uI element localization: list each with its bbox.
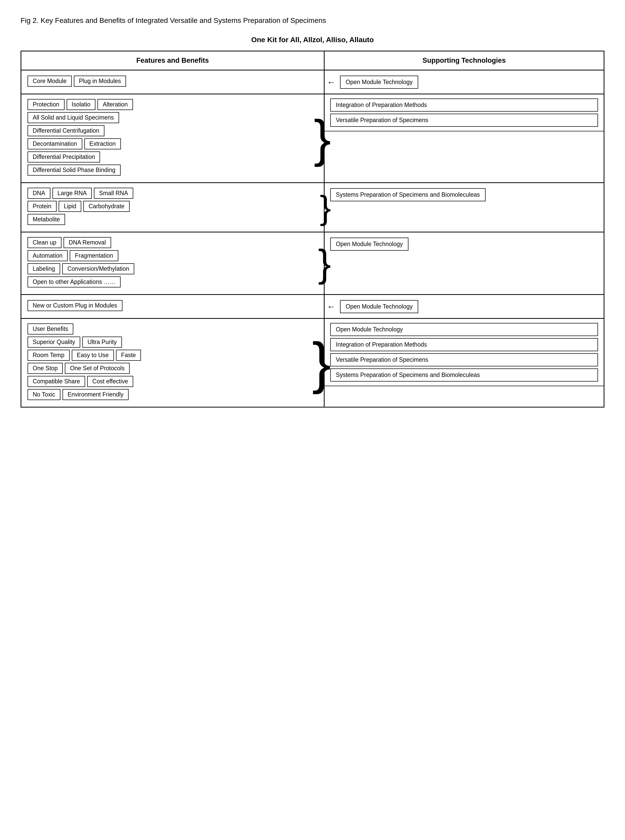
features-cell-2: Protection Isolatio Alteration All Solid… [21, 94, 324, 183]
col-header-features: Features and Benefits [21, 51, 324, 70]
table-row: Core Module Plug in Modules ← Open Modul… [21, 70, 604, 94]
tech-box-open-module-3: Open Module Technology [340, 300, 418, 313]
feature-box-cleanup: Clean up [28, 237, 61, 248]
kit-subtitle: One Kit for All, Allzol, Alliso, Allauto [20, 36, 605, 44]
feature-box-labeling: Labeling [28, 263, 60, 274]
feature-box-room-temp: Room Temp [28, 350, 70, 361]
feature-box-new-custom: New or Custom Plug in Modules [28, 300, 123, 311]
feature-box-faste: Faste [116, 350, 141, 361]
tech-cell-2: Integration of Preparation Methods Versa… [324, 94, 604, 183]
brace-4: } [318, 233, 331, 294]
feature-box-all-solid: All Solid and Liquid Specimens [28, 112, 119, 123]
feature-box-lipid: Lipid [59, 201, 82, 212]
feature-box-superior-quality: Superior Quality [28, 337, 80, 348]
arrow-right-5: ← [327, 301, 336, 312]
tech-cell-6: Open Module Technology Integration of Pr… [324, 318, 604, 407]
feature-box-protection: Protection [28, 99, 65, 110]
table-row: Protection Isolatio Alteration All Solid… [21, 94, 604, 183]
feature-box-easy-to-use: Easy to Use [72, 350, 114, 361]
feature-box-plug-in-modules: Plug in Modules [74, 76, 126, 87]
tech-cell-4: Open Module Technology [324, 232, 604, 295]
feature-box-automation: Automation [28, 250, 68, 261]
feature-box-open-apps: Open to other Applications …… [28, 276, 121, 287]
tech-cell-1: Open Module Technology [324, 70, 604, 94]
features-cell-6: User Benefits Superior Quality Ultra Pur… [21, 318, 324, 407]
tech-box-systems-2: Systems Preparation of Specimens and Bio… [330, 368, 598, 382]
tech-box-versatile-1: Versatile Preparation of Specimens [330, 113, 598, 127]
feature-box-dna: DNA [28, 188, 50, 199]
feature-box-decontamination: Decontamination [28, 138, 82, 149]
feature-box-conversion: Conversion/Methylation [62, 263, 134, 274]
feature-box-isolatio: Isolatio [67, 99, 96, 110]
tech-box-open-module-1: Open Module Technology [340, 76, 418, 89]
main-diagram-table: Features and Benefits Supporting Technol… [20, 51, 605, 408]
feature-box-carbohydrate: Carbohydrate [83, 201, 129, 212]
feature-box-small-rna: Small RNA [94, 188, 133, 199]
feature-box-alteration: Alteration [98, 99, 133, 110]
brace-6: } [312, 319, 331, 407]
table-row: New or Custom Plug in Modules ← Open Mod… [21, 295, 604, 318]
feature-box-core-module: Core Module [28, 76, 72, 87]
tech-box-integration-2: Integration of Preparation Methods [330, 338, 598, 351]
feature-box-compatible-share: Compatible Share [28, 376, 85, 387]
tech-box-versatile-2: Versatile Preparation of Specimens [330, 353, 598, 366]
brace-2: } [314, 94, 331, 182]
feature-box-ultra-purity: Ultra Purity [82, 337, 122, 348]
feature-box-env-friendly: Environment Friendly [62, 389, 129, 400]
feature-box-protein: Protein [28, 201, 57, 212]
tech-cell-5: Open Module Technology [324, 295, 604, 318]
features-cell-4: Clean up DNA Removal Automation Fragment… [21, 232, 324, 295]
features-cell-1: Core Module Plug in Modules ← [21, 70, 324, 94]
col-header-tech: Supporting Technologies [324, 51, 604, 70]
features-cell-3: DNA Large RNA Small RNA Protein Lipid Ca… [21, 183, 324, 232]
feature-box-extraction: Extraction [84, 138, 121, 149]
tech-box-open-module-4: Open Module Technology [330, 323, 598, 336]
feature-box-no-toxic: No Toxic [28, 389, 61, 400]
brace-3: } [320, 183, 331, 232]
feature-box-one-set: One Set of Protocols [65, 363, 130, 374]
tech-cell-3: Systems Preparation of Specimens and Bio… [324, 183, 604, 232]
feature-box-diff-precipitation: Differential Precipitation [28, 151, 100, 163]
figure-title: Fig 2. Key Features and Benefits of Inte… [20, 16, 605, 25]
tech-box-integration-1: Integration of Preparation Methods [330, 98, 598, 112]
feature-box-large-rna: Large RNA [53, 188, 92, 199]
feature-box-user-benefits: User Benefits [28, 323, 73, 334]
feature-box-metabolite: Metabolite [28, 214, 65, 225]
feature-box-fragmentation: Fragmentation [70, 250, 118, 261]
feature-box-dna-removal: DNA Removal [64, 237, 111, 248]
arrow-right-1: ← [327, 77, 336, 87]
tech-box-open-module-2: Open Module Technology [330, 238, 409, 251]
table-row: Clean up DNA Removal Automation Fragment… [21, 232, 604, 295]
table-row: User Benefits Superior Quality Ultra Pur… [21, 318, 604, 407]
feature-box-one-stop: One Stop [28, 363, 63, 374]
features-cell-5: New or Custom Plug in Modules ← [21, 295, 324, 318]
feature-box-cost-effective: Cost effective [87, 376, 133, 387]
table-row: DNA Large RNA Small RNA Protein Lipid Ca… [21, 183, 604, 232]
tech-box-systems-1: Systems Preparation of Specimens and Bio… [330, 188, 486, 201]
feature-box-diff-centrifugation: Differential Centrifugation [28, 125, 104, 136]
feature-box-diff-solid: Differential Solid Phase Binding [28, 165, 121, 175]
